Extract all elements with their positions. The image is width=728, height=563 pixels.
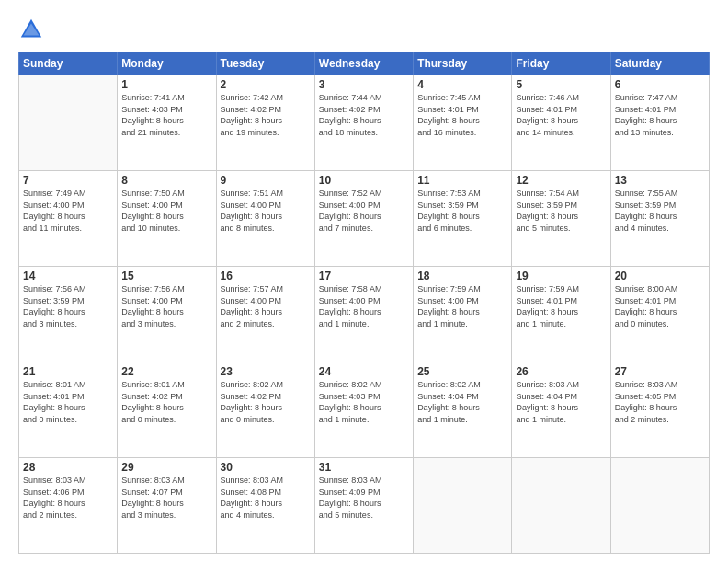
day-info: Sunrise: 7:56 AM Sunset: 3:59 PM Dayligh… xyxy=(23,283,113,329)
day-number: 19 xyxy=(516,270,606,282)
day-cell: 12Sunrise: 7:54 AM Sunset: 3:59 PM Dayli… xyxy=(512,171,610,267)
col-header-wednesday: Wednesday xyxy=(314,52,413,75)
day-number: 22 xyxy=(121,365,211,378)
day-number: 3 xyxy=(319,78,409,91)
day-info: Sunrise: 7:53 AM Sunset: 3:59 PM Dayligh… xyxy=(417,188,507,234)
day-info: Sunrise: 8:03 AM Sunset: 4:04 PM Dayligh… xyxy=(516,379,606,425)
day-info: Sunrise: 7:58 AM Sunset: 4:00 PM Dayligh… xyxy=(319,283,409,329)
day-cell: 17Sunrise: 7:58 AM Sunset: 4:00 PM Dayli… xyxy=(314,267,413,362)
day-cell: 31Sunrise: 8:03 AM Sunset: 4:09 PM Dayli… xyxy=(314,458,413,554)
day-number: 26 xyxy=(516,365,606,378)
day-info: Sunrise: 7:41 AM Sunset: 4:03 PM Dayligh… xyxy=(121,92,211,138)
day-cell: 8Sunrise: 7:50 AM Sunset: 4:00 PM Daylig… xyxy=(118,171,216,267)
day-number: 27 xyxy=(615,365,705,378)
day-info: Sunrise: 8:03 AM Sunset: 4:05 PM Dayligh… xyxy=(615,379,705,425)
day-cell: 20Sunrise: 8:00 AM Sunset: 4:01 PM Dayli… xyxy=(610,267,709,362)
day-number: 28 xyxy=(23,461,113,474)
day-info: Sunrise: 7:49 AM Sunset: 4:00 PM Dayligh… xyxy=(23,188,113,234)
week-row-3: 14Sunrise: 7:56 AM Sunset: 3:59 PM Dayli… xyxy=(19,267,710,362)
day-cell: 7Sunrise: 7:49 AM Sunset: 4:00 PM Daylig… xyxy=(19,171,118,267)
day-cell: 15Sunrise: 7:56 AM Sunset: 4:00 PM Dayli… xyxy=(118,267,216,362)
day-info: Sunrise: 8:02 AM Sunset: 4:04 PM Dayligh… xyxy=(417,379,507,425)
week-row-2: 7Sunrise: 7:49 AM Sunset: 4:00 PM Daylig… xyxy=(19,171,710,267)
day-number: 25 xyxy=(417,365,507,378)
day-info: Sunrise: 7:44 AM Sunset: 4:02 PM Dayligh… xyxy=(319,92,409,138)
calendar-table: SundayMondayTuesdayWednesdayThursdayFrid… xyxy=(18,52,710,554)
day-info: Sunrise: 7:45 AM Sunset: 4:01 PM Dayligh… xyxy=(417,92,507,138)
day-number: 9 xyxy=(221,174,311,187)
day-number: 13 xyxy=(615,174,705,187)
day-cell: 2Sunrise: 7:42 AM Sunset: 4:02 PM Daylig… xyxy=(216,75,314,171)
day-cell: 25Sunrise: 8:02 AM Sunset: 4:04 PM Dayli… xyxy=(414,362,512,458)
day-cell: 22Sunrise: 8:01 AM Sunset: 4:02 PM Dayli… xyxy=(118,362,216,458)
day-cell xyxy=(610,458,709,554)
day-cell: 16Sunrise: 7:57 AM Sunset: 4:00 PM Dayli… xyxy=(216,267,314,362)
day-cell: 14Sunrise: 7:56 AM Sunset: 3:59 PM Dayli… xyxy=(19,267,118,362)
day-info: Sunrise: 8:03 AM Sunset: 4:09 PM Dayligh… xyxy=(319,475,409,521)
day-info: Sunrise: 7:42 AM Sunset: 4:02 PM Dayligh… xyxy=(221,92,311,138)
day-cell: 10Sunrise: 7:52 AM Sunset: 4:00 PM Dayli… xyxy=(314,171,413,267)
day-info: Sunrise: 8:03 AM Sunset: 4:08 PM Dayligh… xyxy=(221,475,311,521)
day-number: 8 xyxy=(121,174,211,187)
day-number: 12 xyxy=(516,174,606,187)
day-cell xyxy=(414,458,512,554)
col-header-friday: Friday xyxy=(512,52,610,75)
day-number: 6 xyxy=(615,78,705,91)
day-cell: 9Sunrise: 7:51 AM Sunset: 4:00 PM Daylig… xyxy=(216,171,314,267)
day-cell: 1Sunrise: 7:41 AM Sunset: 4:03 PM Daylig… xyxy=(118,75,216,171)
day-info: Sunrise: 7:50 AM Sunset: 4:00 PM Dayligh… xyxy=(121,188,211,234)
day-info: Sunrise: 8:03 AM Sunset: 4:06 PM Dayligh… xyxy=(23,475,113,521)
day-info: Sunrise: 7:56 AM Sunset: 4:00 PM Dayligh… xyxy=(121,283,211,329)
col-header-thursday: Thursday xyxy=(414,52,512,75)
day-cell: 11Sunrise: 7:53 AM Sunset: 3:59 PM Dayli… xyxy=(414,171,512,267)
day-number: 16 xyxy=(221,270,311,282)
col-header-saturday: Saturday xyxy=(610,52,709,75)
day-number: 5 xyxy=(516,78,606,91)
day-number: 1 xyxy=(121,78,211,91)
day-info: Sunrise: 8:03 AM Sunset: 4:07 PM Dayligh… xyxy=(121,475,211,521)
day-cell: 13Sunrise: 7:55 AM Sunset: 3:59 PM Dayli… xyxy=(610,171,709,267)
day-number: 17 xyxy=(319,270,409,282)
day-cell: 6Sunrise: 7:47 AM Sunset: 4:01 PM Daylig… xyxy=(610,75,709,171)
day-info: Sunrise: 7:52 AM Sunset: 4:00 PM Dayligh… xyxy=(319,188,409,234)
day-number: 21 xyxy=(23,365,113,378)
day-info: Sunrise: 7:57 AM Sunset: 4:00 PM Dayligh… xyxy=(221,283,311,329)
day-info: Sunrise: 8:01 AM Sunset: 4:01 PM Dayligh… xyxy=(23,379,113,425)
day-cell: 3Sunrise: 7:44 AM Sunset: 4:02 PM Daylig… xyxy=(314,75,413,171)
day-number: 11 xyxy=(417,174,507,187)
day-cell: 21Sunrise: 8:01 AM Sunset: 4:01 PM Dayli… xyxy=(19,362,118,458)
day-number: 14 xyxy=(23,270,113,282)
day-info: Sunrise: 7:59 AM Sunset: 4:01 PM Dayligh… xyxy=(516,283,606,329)
day-cell: 28Sunrise: 8:03 AM Sunset: 4:06 PM Dayli… xyxy=(19,458,118,554)
logo xyxy=(18,17,48,42)
day-cell: 27Sunrise: 8:03 AM Sunset: 4:05 PM Dayli… xyxy=(610,362,709,458)
day-info: Sunrise: 8:01 AM Sunset: 4:02 PM Dayligh… xyxy=(121,379,211,425)
day-cell: 19Sunrise: 7:59 AM Sunset: 4:01 PM Dayli… xyxy=(512,267,610,362)
day-info: Sunrise: 7:46 AM Sunset: 4:01 PM Dayligh… xyxy=(516,92,606,138)
day-number: 7 xyxy=(23,174,113,187)
day-cell: 24Sunrise: 8:02 AM Sunset: 4:03 PM Dayli… xyxy=(314,362,413,458)
header-row: SundayMondayTuesdayWednesdayThursdayFrid… xyxy=(19,52,710,75)
day-number: 30 xyxy=(221,461,311,474)
logo-icon xyxy=(18,17,44,42)
day-cell: 26Sunrise: 8:03 AM Sunset: 4:04 PM Dayli… xyxy=(512,362,610,458)
day-number: 20 xyxy=(615,270,705,282)
day-info: Sunrise: 7:47 AM Sunset: 4:01 PM Dayligh… xyxy=(615,92,705,138)
col-header-sunday: Sunday xyxy=(19,52,118,75)
day-cell: 4Sunrise: 7:45 AM Sunset: 4:01 PM Daylig… xyxy=(414,75,512,171)
week-row-4: 21Sunrise: 8:01 AM Sunset: 4:01 PM Dayli… xyxy=(19,362,710,458)
day-number: 10 xyxy=(319,174,409,187)
day-info: Sunrise: 7:59 AM Sunset: 4:00 PM Dayligh… xyxy=(417,283,507,329)
day-cell xyxy=(19,75,118,171)
day-info: Sunrise: 8:02 AM Sunset: 4:02 PM Dayligh… xyxy=(221,379,311,425)
day-number: 23 xyxy=(221,365,311,378)
day-number: 2 xyxy=(221,78,311,91)
day-number: 4 xyxy=(417,78,507,91)
page: SundayMondayTuesdayWednesdayThursdayFrid… xyxy=(0,0,728,563)
day-info: Sunrise: 7:55 AM Sunset: 3:59 PM Dayligh… xyxy=(615,188,705,234)
day-number: 24 xyxy=(319,365,409,378)
day-cell: 29Sunrise: 8:03 AM Sunset: 4:07 PM Dayli… xyxy=(118,458,216,554)
day-info: Sunrise: 8:00 AM Sunset: 4:01 PM Dayligh… xyxy=(615,283,705,329)
day-info: Sunrise: 7:51 AM Sunset: 4:00 PM Dayligh… xyxy=(221,188,311,234)
col-header-monday: Monday xyxy=(118,52,216,75)
